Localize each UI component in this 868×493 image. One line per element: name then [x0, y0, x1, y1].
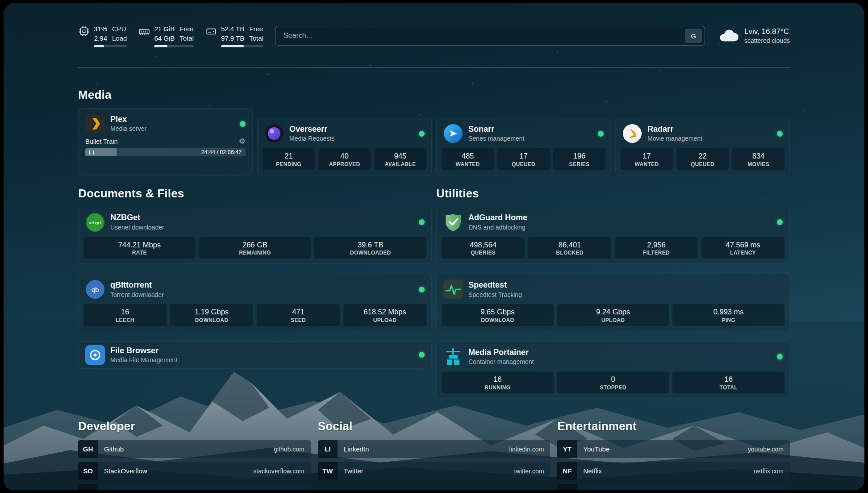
svg-text:qb: qb [92, 286, 99, 293]
weather-widget: Lviv, 16.87°C scattered clouds [718, 27, 790, 45]
now-playing: Bullet Train ⚙ 24:44 / 02:06:47 [79, 138, 252, 162]
cpu-widget: 31% 2.94 CPU Load [78, 24, 127, 47]
stat-pending: 21 PENDING [263, 148, 315, 170]
filebrowser-card[interactable]: File Browser Media File Management [78, 341, 432, 369]
twitter-icon: TW [318, 462, 338, 480]
service-subtitle: Media Requests [289, 135, 334, 142]
radarr-card[interactable]: Radarr Movie management 17 WANTED 22 QUE… [615, 118, 790, 175]
bookmark-name: YouTube [577, 445, 609, 453]
overseerr-card[interactable]: Overseerr Media Requests 21 PENDING 40 A… [257, 118, 432, 175]
stat-ping: 0.993 ms PING [672, 304, 785, 326]
stat-label: TOTAL [674, 384, 783, 391]
search-bar[interactable]: G [275, 26, 705, 46]
weather-condition: scattered clouds [744, 37, 790, 45]
stackoverflow-icon: SO [78, 462, 98, 480]
status-dot [777, 354, 783, 359]
utilities-column: Utilities AdGuard Home DNS and adblockin… [436, 187, 790, 399]
bookmark-name: StackOverflow [98, 467, 147, 475]
search-input[interactable] [283, 31, 685, 40]
bookmark-name: Github [98, 445, 124, 453]
stat-value: 471 [259, 307, 338, 317]
stat-value: 40 [320, 151, 369, 161]
stat-value: 16 [85, 307, 165, 317]
bookmarks-developer: Developer GH Github github.com SO StackO… [78, 419, 311, 491]
status-dot [419, 287, 425, 292]
qbittorrent-card[interactable]: qb qBittorrent Torrent downloader 16 LEE… [78, 274, 432, 331]
service-name: Radarr [647, 125, 702, 134]
speedtest-card[interactable]: Speedtest Speedtest Tracking 9.65 Gbps D… [436, 274, 790, 331]
stat-queued: 22 QUEUED [676, 148, 729, 170]
stat-series: 196 SERIES [553, 148, 605, 170]
status-dot [419, 219, 425, 225]
bookmark-dev[interactable]: DT DEV dev.to [78, 484, 311, 491]
memory-total-label: Total [179, 33, 194, 43]
section-title-developer: Developer [78, 419, 311, 433]
section-title-entertainment: Entertainment [557, 419, 790, 433]
service-subtitle: Speedtest Tracking [468, 291, 522, 299]
sonarr-icon [443, 124, 463, 143]
nzbget-card[interactable]: nzbget NZBGet Usenet downloader 744.21 M… [78, 207, 432, 264]
bookmark-url: dev.to [288, 489, 311, 491]
stat-upload: 9.24 Gbps UPLOAD [557, 304, 669, 326]
cpu-usage-fill [94, 45, 104, 47]
stat-label: RUNNING [443, 384, 552, 391]
svg-text:nzbget: nzbget [89, 220, 102, 225]
bookmark-name: LinkedIn [338, 445, 369, 453]
stat-label: QUEUED [678, 161, 727, 167]
portainer-card[interactable]: Media Portainer Container management 16 … [436, 341, 790, 399]
bookmark-url: linkedin.com [509, 446, 551, 453]
stat-label: UPLOAD [345, 317, 425, 323]
adguard-card[interactable]: AdGuard Home DNS and adblocking 498,564 … [436, 207, 790, 264]
cpu-load-label: Load [112, 33, 127, 43]
bookmark-twitter[interactable]: TW Twitter twitter.com [318, 462, 551, 480]
stat-label: QUERIES [443, 250, 523, 256]
bookmark-github[interactable]: GH Github github.com [78, 440, 311, 458]
bookmark-stackoverflow[interactable]: SO StackOverflow stackoverflow.com [78, 462, 311, 480]
stat-label: PENDING [264, 161, 313, 167]
bookmark-youtube[interactable]: YT YouTube youtube.com [557, 440, 790, 458]
service-name: Overseerr [289, 125, 334, 134]
header-divider [78, 67, 790, 67]
documents-column: Documents & Files nzbget NZBGet Usenet d… [78, 187, 432, 369]
stat-wanted: 485 WANTED [442, 148, 494, 170]
stat-value: 9.24 Gbps [559, 307, 668, 317]
search-provider-button[interactable]: G [685, 29, 702, 43]
stat-value: 945 [376, 151, 425, 161]
stat-downloaded: 39.6 TB DOWNLOADED [314, 237, 426, 259]
netflix-icon: NF [557, 462, 577, 480]
disk-usage-bar [221, 45, 263, 47]
settings-gear-icon[interactable]: ⚙ [239, 138, 246, 145]
stat-remaining: 266 GB REMAINING [199, 237, 311, 259]
plex-card[interactable]: Plex Media server Bullet Train ⚙ 24:44 /… [78, 108, 253, 175]
stat-queries: 498,564 QUERIES [442, 237, 525, 259]
bookmark-linkedin[interactable]: LI LinkedIn linkedin.com [318, 440, 551, 458]
memory-usage-bar [154, 45, 194, 47]
stat-label: SERIES [555, 161, 604, 167]
service-name: Media Portainer [468, 348, 534, 358]
sonarr-card[interactable]: Sonarr Series management 485 WANTED 17 Q… [436, 118, 611, 175]
status-dot [419, 352, 425, 358]
adguard-icon [443, 213, 463, 232]
bookmark-name: Netflix [577, 467, 602, 475]
stat-rate: 744.21 Mbps RATE [83, 237, 196, 259]
dashboard-screen: 31% 2.94 CPU Load [4, 3, 864, 490]
stat-label: DOWNLOAD [443, 317, 552, 323]
middle-columns: Documents & Files nzbget NZBGet Usenet d… [78, 187, 790, 399]
bookmark-reddit[interactable]: RE Reddit reddit.com [557, 484, 790, 491]
linkedin-icon: LI [318, 440, 338, 458]
pause-button[interactable] [89, 150, 94, 155]
stat-value: 485 [443, 151, 492, 161]
nzbget-icon: nzbget [85, 213, 105, 232]
stat-label: STOPPED [559, 384, 668, 391]
hard-disk-icon [205, 25, 217, 37]
disk-free-label: Free [249, 24, 263, 33]
bookmark-url: stackoverflow.com [253, 468, 310, 475]
bookmarks-section: Developer GH Github github.com SO StackO… [78, 419, 790, 491]
bookmark-url: reddit.com [755, 489, 790, 491]
dashboard-content: 31% 2.94 CPU Load [78, 3, 790, 490]
stat-value: 744.21 Mbps [85, 240, 194, 250]
github-icon: GH [78, 440, 98, 458]
stat-label: FILTERED [617, 250, 696, 256]
cloud-icon [718, 29, 739, 43]
bookmark-netflix[interactable]: NF Netflix netflix.com [557, 462, 790, 480]
